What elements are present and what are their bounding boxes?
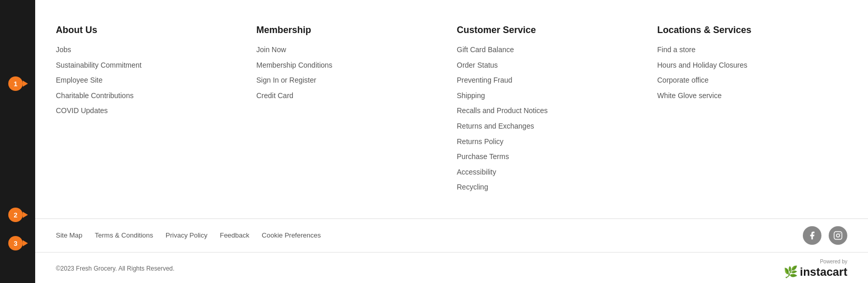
footer-heading-customer-service: Customer Service (457, 25, 647, 36)
sidebar: 1 2 3 (0, 0, 35, 283)
footer-link-covid[interactable]: COVID Updates (56, 106, 108, 115)
footer-links-membership: Join Now Membership Conditions Sign In o… (257, 45, 447, 101)
footer-link-privacy[interactable]: Privacy Policy (166, 231, 207, 239)
footer-heading-about-us: About Us (56, 25, 246, 36)
svg-point-1 (836, 234, 840, 237)
footer-link-white-glove[interactable]: White Glove service (657, 91, 722, 100)
list-item: Find a store (657, 45, 848, 55)
footer-col-about-us: About Us Jobs Sustainability Commitment … (56, 25, 246, 198)
sidebar-badge-3: 3 (8, 236, 23, 250)
footer-link-terms[interactable]: Terms & Conditions (95, 231, 153, 239)
footer-link-preventing-fraud[interactable]: Preventing Fraud (457, 76, 512, 84)
instagram-icon[interactable] (829, 226, 847, 245)
footer-link-order-status[interactable]: Order Status (457, 61, 498, 69)
list-item: Recycling (457, 182, 647, 193)
footer-link-accessibility[interactable]: Accessibility (457, 168, 496, 176)
social-icons (803, 226, 847, 245)
footer-link-employee-site[interactable]: Employee Site (56, 76, 102, 84)
footer-heading-membership: Membership (257, 25, 447, 36)
svg-rect-0 (834, 231, 842, 239)
instacart-brand: 🌿 instacart (784, 265, 847, 279)
footer-link-gift-card[interactable]: Gift Card Balance (457, 45, 514, 54)
footer-link-membership-conditions[interactable]: Membership Conditions (257, 61, 333, 69)
svg-point-2 (840, 233, 841, 234)
sidebar-badge-1: 1 (8, 76, 23, 91)
list-item: Purchase Terms (457, 152, 647, 162)
footer-link-find-store[interactable]: Find a store (657, 45, 696, 54)
footer-link-hours[interactable]: Hours and Holiday Closures (657, 61, 747, 69)
footer-links-about-us: Jobs Sustainability Commitment Employee … (56, 45, 246, 116)
footer-links-locations: Find a store Hours and Holiday Closures … (657, 45, 848, 101)
footer-bottom-bar: Site Map Terms & Conditions Privacy Poli… (35, 218, 868, 283)
footer-link-feedback[interactable]: Feedback (220, 231, 249, 239)
badge-arrow-3 (23, 240, 28, 246)
main-content: About Us Jobs Sustainability Commitment … (35, 0, 868, 283)
list-item: Gift Card Balance (457, 45, 647, 55)
list-item: Sign In or Register (257, 75, 447, 86)
footer-bottom-links: Site Map Terms & Conditions Privacy Poli… (56, 231, 321, 239)
list-item: Membership Conditions (257, 60, 447, 71)
badge-arrow-2 (23, 212, 28, 218)
footer-col-locations: Locations & Services Find a store Hours … (657, 25, 848, 198)
copyright-text: ©2023 Fresh Grocery. All Rights Reserved… (56, 265, 174, 272)
list-item: Hours and Holiday Closures (657, 60, 848, 71)
footer-link-returns-policy[interactable]: Returns Policy (457, 137, 503, 146)
list-item: Shipping (457, 91, 647, 101)
footer-link-purchase-terms[interactable]: Purchase Terms (457, 152, 509, 161)
footer-bottom-links-row: Site Map Terms & Conditions Privacy Poli… (35, 219, 868, 253)
instacart-logo: Powered by 🌿 instacart (784, 259, 847, 279)
footer-link-recalls[interactable]: Recalls and Product Notices (457, 106, 548, 115)
footer-link-corporate[interactable]: Corporate office (657, 76, 709, 84)
powered-by-text: Powered by (820, 259, 847, 264)
instacart-leaf-icon: 🌿 (784, 265, 798, 279)
list-item: Sustainability Commitment (56, 60, 246, 71)
footer-link-cookies[interactable]: Cookie Preferences (262, 231, 321, 239)
instacart-label: instacart (800, 265, 847, 279)
list-item: Preventing Fraud (457, 75, 647, 86)
footer-link-credit-card[interactable]: Credit Card (257, 91, 294, 100)
footer-link-sustainability[interactable]: Sustainability Commitment (56, 61, 142, 69)
list-item: Returns Policy (457, 137, 647, 147)
list-item: Order Status (457, 60, 647, 71)
list-item: Charitable Contributions (56, 91, 246, 101)
footer-top: About Us Jobs Sustainability Commitment … (35, 0, 868, 218)
list-item: COVID Updates (56, 106, 246, 116)
list-item: Accessibility (457, 167, 647, 178)
facebook-icon[interactable] (803, 226, 821, 245)
footer-link-join-now[interactable]: Join Now (257, 45, 287, 54)
footer-link-sitemap[interactable]: Site Map (56, 231, 82, 239)
footer-link-jobs[interactable]: Jobs (56, 45, 71, 54)
footer-link-recycling[interactable]: Recycling (457, 183, 488, 191)
footer-heading-locations: Locations & Services (657, 25, 848, 36)
sidebar-badge-2: 2 (8, 208, 23, 222)
footer-link-charitable[interactable]: Charitable Contributions (56, 91, 133, 100)
footer-link-sign-in[interactable]: Sign In or Register (257, 76, 317, 84)
footer-link-returns-exchanges[interactable]: Returns and Exchanges (457, 122, 534, 130)
footer-link-shipping[interactable]: Shipping (457, 91, 485, 100)
list-item: Returns and Exchanges (457, 121, 647, 132)
list-item: Join Now (257, 45, 447, 55)
list-item: Employee Site (56, 75, 246, 86)
badge-arrow-1 (23, 81, 28, 87)
footer-links-customer-service: Gift Card Balance Order Status Preventin… (457, 45, 647, 193)
list-item: White Glove service (657, 91, 848, 101)
list-item: Jobs (56, 45, 246, 55)
list-item: Credit Card (257, 91, 447, 101)
footer-col-membership: Membership Join Now Membership Condition… (257, 25, 447, 198)
list-item: Corporate office (657, 75, 848, 86)
list-item: Recalls and Product Notices (457, 106, 647, 116)
footer-col-customer-service: Customer Service Gift Card Balance Order… (457, 25, 647, 198)
footer-copyright-row: ©2023 Fresh Grocery. All Rights Reserved… (35, 253, 868, 283)
